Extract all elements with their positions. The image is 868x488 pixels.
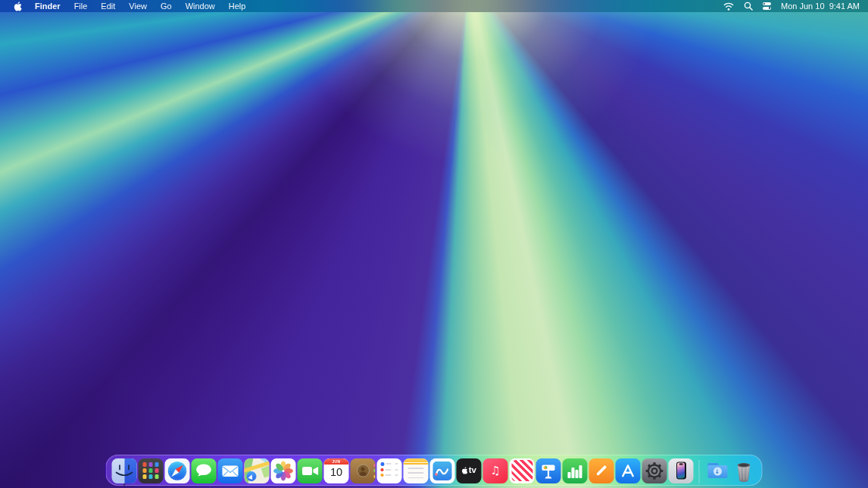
dock-icon-reminders[interactable] xyxy=(377,458,402,483)
dock-icon-finder[interactable] xyxy=(112,458,137,483)
dock-icon-trash[interactable] xyxy=(732,458,757,483)
dock-icon-pages[interactable] xyxy=(589,458,614,483)
apple-menu-icon[interactable] xyxy=(8,2,28,11)
dock-icon-music[interactable] xyxy=(483,458,508,483)
facetime-camera-icon xyxy=(298,458,323,483)
calendar-day: 10 xyxy=(324,465,349,480)
trash-can-icon xyxy=(732,458,757,483)
menu-finder[interactable]: Finder xyxy=(28,0,67,12)
numbers-chart-icon xyxy=(563,458,588,483)
dock-icon-facetime[interactable] xyxy=(298,458,323,483)
dock-icon-photos[interactable] xyxy=(271,458,296,483)
finder-face-icon xyxy=(112,458,137,483)
pages-pen-icon xyxy=(589,458,614,483)
notes-icon xyxy=(404,458,429,483)
maps-icon xyxy=(245,458,270,483)
dock-icon-messages[interactable] xyxy=(192,458,217,483)
spotlight-search-icon[interactable] xyxy=(744,2,753,11)
menu-window[interactable]: Window xyxy=(179,0,222,12)
downloads-folder-icon xyxy=(705,458,730,483)
calendar-month: JUN xyxy=(324,458,349,465)
dock-icon-news[interactable] xyxy=(510,458,535,483)
dock-icon-launchpad[interactable] xyxy=(139,458,164,483)
dock-icon-numbers[interactable] xyxy=(563,458,588,483)
dock-icon-downloads[interactable] xyxy=(705,458,730,483)
iphone-mirroring-icon xyxy=(669,458,694,483)
dock-icon-freeform[interactable] xyxy=(430,458,455,483)
music-note-icon xyxy=(483,458,508,483)
dock: JUN 10 xyxy=(106,455,763,486)
reminders-list-icon xyxy=(377,458,402,483)
menu-edit[interactable]: Edit xyxy=(94,0,122,12)
dock-icon-tv[interactable]: tv xyxy=(457,458,482,483)
mail-envelope-icon xyxy=(218,458,243,483)
settings-gear-icon xyxy=(642,458,667,483)
menu-view[interactable]: View xyxy=(122,0,154,12)
menu-help[interactable]: Help xyxy=(222,0,253,12)
menu-bar-left: Finder File Edit View Go Window Help xyxy=(0,0,252,12)
photos-flower-icon xyxy=(271,458,296,483)
tv-label: tv xyxy=(469,466,476,475)
dock-icon-appstore[interactable] xyxy=(616,458,641,483)
messages-bubble-icon xyxy=(192,458,217,483)
menu-go[interactable]: Go xyxy=(154,0,179,12)
dock-icon-system-settings[interactable] xyxy=(642,458,667,483)
control-center-icon[interactable] xyxy=(763,2,771,9)
dock-divider xyxy=(699,460,700,483)
calendar-icon: JUN 10 xyxy=(324,458,349,483)
keynote-podium-icon xyxy=(536,458,561,483)
menu-file[interactable]: File xyxy=(67,0,95,12)
dock-icon-maps[interactable] xyxy=(245,458,270,483)
desktop-wallpaper[interactable] xyxy=(0,0,868,488)
news-icon xyxy=(510,458,535,483)
safari-compass-icon xyxy=(165,458,190,483)
menu-bar-status: Mon Jun 10 9:41 AM xyxy=(723,2,868,11)
apple-tv-icon: tv xyxy=(457,458,482,483)
dock-icon-safari[interactable] xyxy=(165,458,190,483)
dock-icon-calendar[interactable]: JUN 10 xyxy=(324,458,349,483)
wifi-icon[interactable] xyxy=(723,2,734,11)
contacts-icon xyxy=(351,458,376,483)
apple-logo-icon xyxy=(14,2,22,11)
dock-icon-mail[interactable] xyxy=(218,458,243,483)
desktop-screen: Finder File Edit View Go Window Help Mon… xyxy=(0,0,868,488)
menu-bar: Finder File Edit View Go Window Help Mon… xyxy=(0,0,868,12)
dock-icon-contacts[interactable] xyxy=(351,458,376,483)
dock-icon-iphone-mirroring[interactable] xyxy=(669,458,694,483)
apple-logo-small-icon xyxy=(461,467,467,474)
menubar-clock[interactable]: Mon Jun 10 9:41 AM xyxy=(781,2,860,11)
dock-icon-notes[interactable] xyxy=(404,458,429,483)
app-store-icon xyxy=(616,458,641,483)
freeform-icon xyxy=(430,458,455,483)
dock-icon-keynote[interactable] xyxy=(536,458,561,483)
launchpad-grid-icon xyxy=(139,458,164,483)
